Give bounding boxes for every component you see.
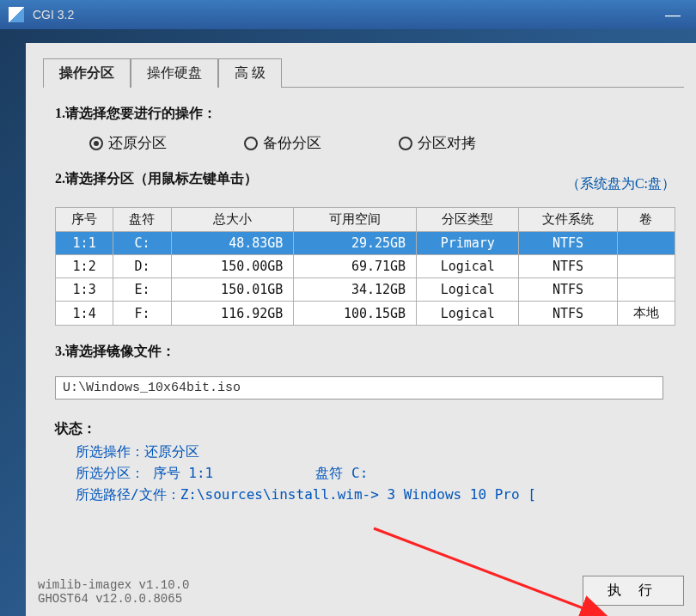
radio-backup-partition[interactable]: 备份分区 (244, 133, 321, 153)
image-path-input[interactable] (55, 376, 663, 399)
step3-label: 3.请选择镜像文件： (55, 343, 675, 361)
radio-dot-icon (244, 137, 258, 150)
app-logo-icon (9, 7, 24, 22)
radio-dot-icon (399, 137, 412, 150)
col-total[interactable]: 总大小 (171, 208, 294, 232)
col-no[interactable]: 序号 (56, 208, 113, 232)
status-path: 所选路径/文件：Z:\sources\install.wim-> 3 Windo… (76, 486, 675, 504)
col-ptype[interactable]: 分区类型 (417, 208, 519, 232)
wimlib-version: wimlib-imagex v1.10.0 (38, 578, 189, 592)
step1-section: 1.请选择您要进行的操作： 还原分区 备份分区 分区对拷 (55, 105, 675, 153)
window-title: CGI 3.2 (33, 8, 74, 21)
ghost-version: GHOST64 v12.0.0.8065 (38, 592, 189, 606)
minimize-button[interactable]: — (658, 6, 687, 24)
step2-label: 2.请选择分区（用鼠标左键单击） (55, 170, 258, 188)
tab-bar: 操作分区 操作硬盘 高 级 (43, 58, 684, 88)
radio-restore-partition[interactable]: 还原分区 (89, 133, 167, 153)
status-partition: 所选分区： 序号 1:1 盘符 C: (76, 465, 675, 483)
col-fs[interactable]: 文件系统 (519, 208, 617, 232)
col-drive[interactable]: 盘符 (113, 208, 171, 232)
radio-dot-icon (89, 137, 103, 150)
tab-partition-ops[interactable]: 操作分区 (43, 58, 131, 88)
execute-button[interactable]: 执 行 (583, 576, 684, 606)
table-row[interactable]: 1:4F:116.92GB100.15GBLogicalNTFS本地 (56, 302, 675, 326)
step1-label: 1.请选择您要进行的操作： (55, 105, 675, 123)
radio-copy-partition[interactable]: 分区对拷 (399, 133, 476, 153)
footer: wimlib-imagex v1.10.0 GHOST64 v12.0.0.80… (38, 576, 684, 606)
step2-section: 2.请选择分区（用鼠标左键单击） （系统盘为C:盘） 序号 盘符 总大小 可用空… (55, 170, 675, 326)
status-section: 状态： 所选操作：还原分区 所选分区： 序号 1:1 盘符 C: 所选路径/文件… (55, 420, 675, 504)
main-panel: 操作分区 操作硬盘 高 级 1.请选择您要进行的操作： 还原分区 备份分区 分区… (26, 43, 696, 616)
step3-section: 3.请选择镜像文件： (55, 343, 675, 399)
col-vol[interactable]: 卷 (617, 208, 675, 232)
titlebar: CGI 3.2 — (0, 0, 696, 29)
table-row[interactable]: 1:3E:150.01GB34.12GBLogicalNTFS (56, 278, 675, 302)
tab-advanced[interactable]: 高 级 (218, 58, 282, 88)
status-operation: 所选操作：还原分区 (76, 443, 675, 461)
system-drive-hint: （系统盘为C:盘） (566, 175, 675, 193)
table-row[interactable]: 1:1C:48.83GB29.25GBPrimaryNTFS (56, 232, 675, 255)
partition-table: 序号 盘符 总大小 可用空间 分区类型 文件系统 卷 1:1C:48.83GB2… (55, 207, 675, 326)
col-free[interactable]: 可用空间 (294, 208, 417, 232)
status-title: 状态： (55, 420, 675, 438)
tab-disk-ops[interactable]: 操作硬盘 (131, 58, 218, 88)
table-row[interactable]: 1:2D:150.00GB69.71GBLogicalNTFS (56, 255, 675, 278)
